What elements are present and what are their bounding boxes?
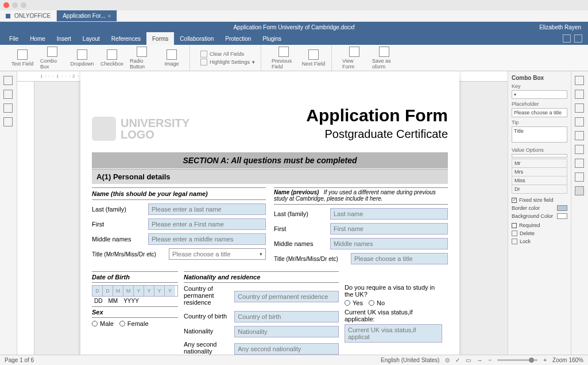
title-combo[interactable]: Please choose a title	[169, 248, 266, 260]
maximize-icon[interactable]	[21, 2, 26, 8]
document-page[interactable]: UNIVERSITYLOGO Application Form Postgrad…	[80, 71, 459, 355]
option-miss[interactable]: Miss	[512, 176, 567, 185]
tab-app[interactable]: ONLYOFFICE	[0, 10, 57, 21]
spell-check-icon[interactable]: ✓	[455, 357, 460, 363]
menu-protection[interactable]: Protection	[219, 32, 257, 45]
visa-status-field[interactable]: Current UK visa status,if applicat	[345, 324, 442, 343]
menu-layout[interactable]: Layout	[77, 32, 106, 45]
visa-no-radio[interactable]: No	[369, 299, 385, 306]
shape-icon[interactable]	[575, 131, 584, 140]
combo-box-button[interactable]: Combo Box	[40, 47, 64, 70]
track-changes-icon[interactable]: ⊙	[445, 357, 450, 363]
close-tab-icon[interactable]: ×	[108, 13, 111, 19]
country-birth-field[interactable]: Country of birth	[234, 311, 339, 322]
save-icon	[379, 47, 389, 57]
menu-insert[interactable]: Insert	[51, 32, 77, 45]
dropdown-icon	[77, 49, 87, 60]
settings-icon[interactable]	[574, 34, 582, 43]
required-checkbox[interactable]: Required	[512, 222, 567, 228]
zoom-slider[interactable]	[497, 359, 537, 361]
zoom-label[interactable]: Zoom 160%	[552, 357, 583, 363]
comments-icon[interactable]	[3, 90, 13, 99]
text-art-icon[interactable]	[575, 159, 584, 168]
key-input[interactable]	[512, 90, 567, 99]
nationality-field[interactable]: Nationality	[234, 326, 339, 337]
radio-button-button[interactable]: Radio Button	[130, 47, 154, 70]
view-form-button[interactable]: View Form	[342, 47, 366, 70]
lock-button[interactable]: Lock	[512, 239, 567, 244]
form-settings-icon[interactable]	[575, 186, 584, 195]
first-name-field[interactable]: Please enter a First name	[148, 218, 266, 230]
header-icon[interactable]	[575, 117, 584, 126]
fit-width-icon[interactable]: ↔	[477, 357, 482, 363]
signature-icon[interactable]	[575, 172, 584, 182]
male-radio[interactable]: Male	[92, 320, 114, 327]
second-nationality-field[interactable]: Any second nationality	[234, 343, 339, 355]
menu-plugins[interactable]: Plugins	[257, 32, 287, 45]
bg-color-swatch[interactable]	[557, 213, 567, 219]
page-indicator[interactable]: Page 1 of 6	[5, 357, 34, 363]
menu-file[interactable]: File	[3, 32, 24, 45]
country-perm-field[interactable]: Country of permanent residence	[234, 291, 339, 302]
previous-field-button[interactable]: Previous Field	[272, 47, 296, 70]
dob-field[interactable]: DDMMYYYY	[92, 285, 178, 297]
find-icon[interactable]	[563, 34, 571, 43]
visa-yes-radio[interactable]: Yes	[345, 299, 363, 306]
image-tool-icon[interactable]	[575, 103, 584, 113]
menu-home[interactable]: Home	[24, 32, 51, 45]
checkbox-button[interactable]: Checkbox	[100, 49, 124, 67]
minimize-icon[interactable]	[12, 2, 18, 8]
image-button[interactable]: Image	[160, 49, 184, 67]
ribbon-group-view: View Form Save as oform	[336, 45, 402, 71]
option-mr[interactable]: Mr	[512, 159, 567, 168]
ribbon-group-fields: Text Field Combo Box Dropdown Checkbox R…	[5, 45, 190, 71]
a1-header: A(1) Personal details	[92, 169, 448, 184]
dropdown-button[interactable]: Dropdown	[70, 49, 94, 67]
delete-button[interactable]: Delete	[512, 230, 567, 236]
document-title: Application Form University of Cambridge…	[233, 24, 354, 30]
save-oform-button[interactable]: Save as oform	[372, 47, 396, 70]
search-icon[interactable]	[3, 76, 13, 85]
eye-icon	[349, 47, 359, 57]
border-color-swatch[interactable]	[557, 205, 567, 211]
paragraph-icon[interactable]	[575, 76, 584, 85]
language-selector[interactable]: English (United States)	[381, 357, 439, 363]
table-icon[interactable]	[575, 90, 584, 99]
clear-icon	[200, 51, 207, 57]
zoom-out-button[interactable]: −	[488, 357, 492, 363]
clear-all-fields-button[interactable]: Clear All Fields	[200, 51, 255, 57]
menu-forms[interactable]: Forms	[146, 32, 174, 45]
tip-input[interactable]: Title	[512, 126, 567, 143]
prev-first-name-field[interactable]: First name	[330, 223, 448, 235]
menu-collaboration[interactable]: Collaboration	[174, 32, 219, 45]
placeholder-input[interactable]: Please choose a title	[512, 108, 567, 117]
tab-document[interactable]: Application For...×	[57, 10, 117, 21]
next-field-button[interactable]: Next Field	[301, 49, 326, 67]
prev-title-field[interactable]: Please choose a title	[351, 253, 448, 264]
text-field-button[interactable]: Text Field	[10, 49, 34, 67]
prev-middle-name-field[interactable]: Middle names	[330, 238, 448, 249]
last-name-field[interactable]: Please enter a last name	[148, 203, 266, 215]
option-dr[interactable]: Dr	[512, 185, 567, 194]
value-input[interactable]	[512, 154, 567, 157]
fit-page-icon[interactable]: ▭	[466, 357, 471, 363]
highlight-settings-button[interactable]: Highlight Settings ▾	[200, 59, 255, 66]
right-panel: Combo Box Key Placeholder Please choose …	[508, 71, 571, 355]
ruler-vertical	[17, 82, 34, 355]
prev-last-name-field[interactable]: Last name	[330, 208, 448, 220]
close-icon[interactable]	[3, 2, 9, 8]
feedback-icon[interactable]	[3, 117, 13, 126]
combo-box-icon	[47, 47, 57, 57]
navigation-icon[interactable]	[3, 103, 13, 113]
middle-name-field[interactable]: Please enter a middle names	[148, 233, 266, 245]
option-mrs[interactable]: Mrs	[512, 168, 567, 176]
fixed-size-checkbox[interactable]: ✓Fixed size field	[512, 197, 567, 203]
female-radio[interactable]: Female	[119, 320, 149, 327]
chart-icon[interactable]	[575, 145, 584, 154]
lock-icon	[512, 239, 517, 244]
zoom-in-button[interactable]: +	[543, 357, 547, 363]
canvas[interactable]: 1 · · · 1 · · · 2 · · · 3 · · · 4 · · · …	[17, 71, 508, 355]
menu-references[interactable]: References	[106, 32, 146, 45]
highlight-icon	[200, 59, 207, 66]
user-name: Elizabeth Rayen	[539, 24, 581, 30]
